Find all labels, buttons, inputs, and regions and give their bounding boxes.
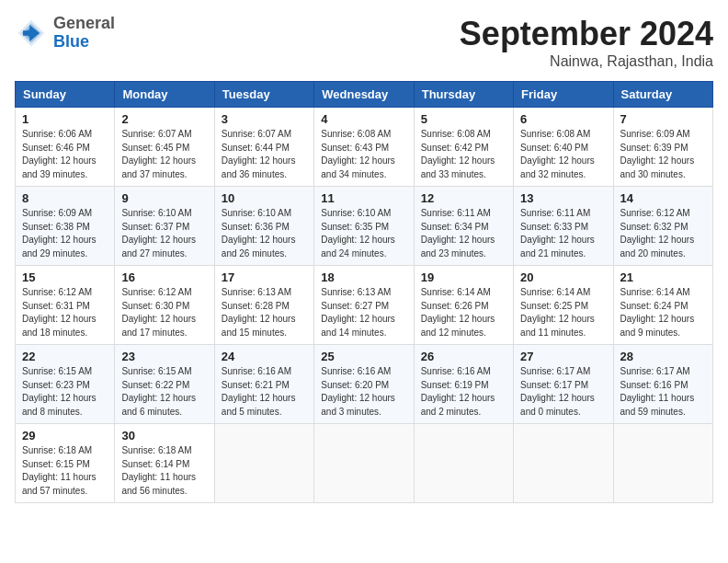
day-number: 23 bbox=[121, 350, 207, 363]
col-header-sunday: Sunday bbox=[16, 82, 115, 108]
day-number: 11 bbox=[321, 191, 406, 205]
day-info: Sunrise: 6:08 AM Sunset: 6:43 PM Dayligh… bbox=[321, 128, 406, 181]
day-info: Sunrise: 6:14 AM Sunset: 6:24 PM Dayligh… bbox=[620, 286, 706, 339]
day-info: Sunrise: 6:13 AM Sunset: 6:28 PM Dayligh… bbox=[222, 286, 307, 339]
calendar-header-row: SundayMondayTuesdayWednesdayThursdayFrid… bbox=[16, 82, 713, 108]
col-header-tuesday: Tuesday bbox=[214, 82, 313, 108]
calendar-cell: 11Sunrise: 6:10 AM Sunset: 6:35 PM Dayli… bbox=[314, 187, 414, 266]
calendar-cell: 6Sunrise: 6:08 AM Sunset: 6:40 PM Daylig… bbox=[514, 108, 613, 187]
calendar-cell: 5Sunrise: 6:08 AM Sunset: 6:42 PM Daylig… bbox=[414, 108, 513, 187]
title-block: September 2024 Nainwa, Rajasthan, India bbox=[460, 15, 713, 70]
calendar-cell: 26Sunrise: 6:16 AM Sunset: 6:19 PM Dayli… bbox=[414, 345, 513, 424]
day-info: Sunrise: 6:18 AM Sunset: 6:15 PM Dayligh… bbox=[22, 444, 108, 498]
day-number: 24 bbox=[222, 350, 307, 363]
day-info: Sunrise: 6:10 AM Sunset: 6:35 PM Dayligh… bbox=[321, 207, 406, 260]
day-number: 20 bbox=[520, 270, 606, 284]
day-info: Sunrise: 6:16 AM Sunset: 6:21 PM Dayligh… bbox=[222, 365, 307, 419]
day-info: Sunrise: 6:17 AM Sunset: 6:16 PM Dayligh… bbox=[620, 365, 706, 419]
calendar-week-row: 8Sunrise: 6:09 AM Sunset: 6:38 PM Daylig… bbox=[16, 187, 713, 266]
day-info: Sunrise: 6:16 AM Sunset: 6:19 PM Dayligh… bbox=[421, 365, 506, 419]
day-info: Sunrise: 6:08 AM Sunset: 6:42 PM Dayligh… bbox=[421, 128, 506, 181]
day-info: Sunrise: 6:18 AM Sunset: 6:14 PM Dayligh… bbox=[121, 444, 207, 498]
day-info: Sunrise: 6:15 AM Sunset: 6:23 PM Dayligh… bbox=[22, 365, 108, 419]
day-info: Sunrise: 6:13 AM Sunset: 6:27 PM Dayligh… bbox=[321, 286, 406, 339]
day-number: 7 bbox=[620, 112, 706, 126]
logo-text: General Blue bbox=[53, 15, 115, 52]
day-info: Sunrise: 6:10 AM Sunset: 6:36 PM Dayligh… bbox=[222, 207, 307, 260]
day-number: 8 bbox=[22, 191, 108, 205]
day-number: 26 bbox=[421, 350, 506, 363]
day-info: Sunrise: 6:07 AM Sunset: 6:45 PM Dayligh… bbox=[121, 128, 207, 181]
day-info: Sunrise: 6:14 AM Sunset: 6:25 PM Dayligh… bbox=[520, 286, 606, 339]
day-number: 12 bbox=[421, 191, 506, 205]
day-info: Sunrise: 6:11 AM Sunset: 6:34 PM Dayligh… bbox=[421, 207, 506, 260]
day-number: 25 bbox=[321, 350, 406, 363]
col-header-friday: Friday bbox=[514, 82, 613, 108]
calendar-cell bbox=[613, 424, 712, 503]
day-info: Sunrise: 6:16 AM Sunset: 6:20 PM Dayligh… bbox=[321, 365, 406, 419]
logo: General Blue bbox=[15, 15, 115, 52]
calendar-cell: 9Sunrise: 6:10 AM Sunset: 6:37 PM Daylig… bbox=[115, 187, 214, 266]
calendar-week-row: 15Sunrise: 6:12 AM Sunset: 6:31 PM Dayli… bbox=[16, 266, 713, 345]
day-number: 1 bbox=[22, 112, 108, 126]
col-header-saturday: Saturday bbox=[613, 82, 712, 108]
day-number: 6 bbox=[520, 112, 606, 126]
day-info: Sunrise: 6:07 AM Sunset: 6:44 PM Dayligh… bbox=[222, 128, 307, 181]
day-number: 29 bbox=[22, 429, 108, 442]
day-info: Sunrise: 6:09 AM Sunset: 6:39 PM Dayligh… bbox=[620, 128, 706, 181]
day-number: 5 bbox=[421, 112, 506, 126]
calendar-cell: 20Sunrise: 6:14 AM Sunset: 6:25 PM Dayli… bbox=[514, 266, 613, 345]
calendar-cell: 25Sunrise: 6:16 AM Sunset: 6:20 PM Dayli… bbox=[314, 345, 414, 424]
day-number: 30 bbox=[121, 429, 207, 442]
day-info: Sunrise: 6:11 AM Sunset: 6:33 PM Dayligh… bbox=[520, 207, 606, 260]
calendar-cell bbox=[314, 424, 414, 503]
calendar-cell bbox=[214, 424, 313, 503]
calendar-cell: 30Sunrise: 6:18 AM Sunset: 6:14 PM Dayli… bbox=[115, 424, 214, 503]
calendar-cell: 7Sunrise: 6:09 AM Sunset: 6:39 PM Daylig… bbox=[613, 108, 712, 187]
calendar-cell: 29Sunrise: 6:18 AM Sunset: 6:15 PM Dayli… bbox=[16, 424, 115, 503]
day-number: 17 bbox=[222, 270, 307, 284]
day-number: 27 bbox=[520, 350, 606, 363]
month-title: September 2024 bbox=[460, 15, 713, 53]
day-number: 9 bbox=[121, 191, 207, 205]
day-number: 19 bbox=[421, 270, 506, 284]
day-info: Sunrise: 6:12 AM Sunset: 6:31 PM Dayligh… bbox=[22, 286, 108, 339]
day-info: Sunrise: 6:09 AM Sunset: 6:38 PM Dayligh… bbox=[22, 207, 108, 260]
day-number: 4 bbox=[321, 112, 406, 126]
calendar-table: SundayMondayTuesdayWednesdayThursdayFrid… bbox=[15, 81, 713, 503]
calendar-cell: 16Sunrise: 6:12 AM Sunset: 6:30 PM Dayli… bbox=[115, 266, 214, 345]
day-number: 14 bbox=[620, 191, 706, 205]
calendar-cell: 22Sunrise: 6:15 AM Sunset: 6:23 PM Dayli… bbox=[16, 345, 115, 424]
day-number: 28 bbox=[620, 350, 706, 363]
day-info: Sunrise: 6:15 AM Sunset: 6:22 PM Dayligh… bbox=[121, 365, 207, 419]
day-number: 21 bbox=[620, 270, 706, 284]
calendar-cell: 27Sunrise: 6:17 AM Sunset: 6:17 PM Dayli… bbox=[514, 345, 613, 424]
calendar-cell bbox=[514, 424, 613, 503]
calendar-cell: 23Sunrise: 6:15 AM Sunset: 6:22 PM Dayli… bbox=[115, 345, 214, 424]
day-number: 3 bbox=[222, 112, 307, 126]
day-info: Sunrise: 6:12 AM Sunset: 6:30 PM Dayligh… bbox=[121, 286, 207, 339]
calendar-week-row: 29Sunrise: 6:18 AM Sunset: 6:15 PM Dayli… bbox=[16, 424, 713, 503]
calendar-cell: 14Sunrise: 6:12 AM Sunset: 6:32 PM Dayli… bbox=[613, 187, 712, 266]
calendar-cell: 8Sunrise: 6:09 AM Sunset: 6:38 PM Daylig… bbox=[16, 187, 115, 266]
calendar-cell: 10Sunrise: 6:10 AM Sunset: 6:36 PM Dayli… bbox=[214, 187, 313, 266]
day-number: 18 bbox=[321, 270, 406, 284]
location: Nainwa, Rajasthan, India bbox=[460, 53, 713, 70]
calendar-cell bbox=[414, 424, 513, 503]
calendar-cell: 12Sunrise: 6:11 AM Sunset: 6:34 PM Dayli… bbox=[414, 187, 513, 266]
day-info: Sunrise: 6:12 AM Sunset: 6:32 PM Dayligh… bbox=[620, 207, 706, 260]
day-number: 15 bbox=[22, 270, 108, 284]
calendar-cell: 1Sunrise: 6:06 AM Sunset: 6:46 PM Daylig… bbox=[16, 108, 115, 187]
calendar-cell: 3Sunrise: 6:07 AM Sunset: 6:44 PM Daylig… bbox=[214, 108, 313, 187]
logo-general: General bbox=[53, 15, 115, 33]
page-header: General Blue September 2024 Nainwa, Raja… bbox=[15, 15, 713, 70]
calendar-cell: 28Sunrise: 6:17 AM Sunset: 6:16 PM Dayli… bbox=[613, 345, 712, 424]
calendar-cell: 19Sunrise: 6:14 AM Sunset: 6:26 PM Dayli… bbox=[414, 266, 513, 345]
day-number: 10 bbox=[222, 191, 307, 205]
calendar-cell: 17Sunrise: 6:13 AM Sunset: 6:28 PM Dayli… bbox=[214, 266, 313, 345]
calendar-cell: 18Sunrise: 6:13 AM Sunset: 6:27 PM Dayli… bbox=[314, 266, 414, 345]
day-info: Sunrise: 6:10 AM Sunset: 6:37 PM Dayligh… bbox=[121, 207, 207, 260]
calendar-cell: 24Sunrise: 6:16 AM Sunset: 6:21 PM Dayli… bbox=[214, 345, 313, 424]
calendar-cell: 2Sunrise: 6:07 AM Sunset: 6:45 PM Daylig… bbox=[115, 108, 214, 187]
day-number: 22 bbox=[22, 350, 108, 363]
